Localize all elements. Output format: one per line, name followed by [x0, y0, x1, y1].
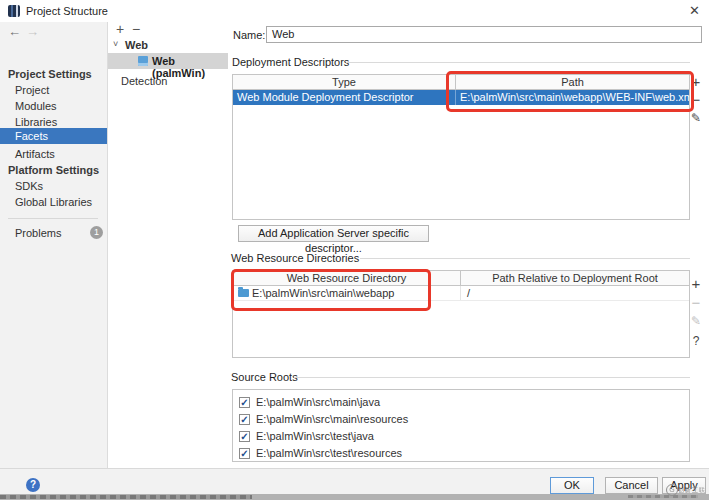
resource-directory-text: E:\palmWin\src\main\webapp — [252, 287, 394, 299]
facet-editor-panel: Name: Web Deployment Descriptors Type Pa… — [228, 22, 709, 468]
sidebar-item-project[interactable]: Project — [15, 84, 49, 96]
bottom-edge-strip — [0, 494, 709, 500]
table-row[interactable]: Web Module Deployment Descriptor E:\palm… — [233, 90, 689, 105]
help-icon[interactable]: ? — [26, 478, 40, 492]
tree-node-detection[interactable]: Detection — [121, 75, 167, 87]
descriptor-type-cell[interactable]: Web Module Deployment Descriptor — [233, 90, 456, 105]
watermark-text: 创新互联 — [678, 487, 706, 493]
close-icon[interactable]: ✕ — [689, 3, 700, 18]
sidebar-item-problems[interactable]: Problems — [15, 227, 61, 239]
add-facet-icon[interactable]: + — [116, 21, 124, 37]
cancel-button[interactable]: Cancel — [605, 477, 658, 494]
section-header-project-settings: Project Settings — [8, 68, 92, 80]
source-root-path: E:\palmWin\src\main\java — [256, 396, 380, 409]
remove-resource-icon: − — [688, 296, 704, 310]
watermark-logo-icon: G — [666, 484, 678, 496]
tree-toolbar: + − — [108, 22, 228, 36]
sidebar-item-modules[interactable]: Modules — [15, 100, 57, 112]
sidebar-item-artifacts[interactable]: Artifacts — [15, 148, 55, 160]
tree-node-web-palmwin[interactable]: Web (palmWin) — [108, 53, 228, 69]
problems-count-badge: 1 — [90, 226, 103, 239]
project-structure-dialog: Project Structure ✕ ← → Project Settings… — [0, 0, 709, 500]
source-root-path: E:\palmWin\src\test\java — [256, 430, 374, 443]
add-resource-icon[interactable]: + — [688, 277, 704, 291]
title-bar: Project Structure ✕ — [0, 0, 709, 22]
column-header-path-relative[interactable]: Path Relative to Deployment Root — [461, 271, 689, 285]
web-facet-icon — [138, 56, 148, 66]
web-resource-directories-header: Web Resource Directories — [231, 252, 359, 264]
column-header-web-resource-directory[interactable]: Web Resource Directory — [233, 271, 461, 285]
facets-tree-panel: + − ˅ Web Web (palmWin) Detection — [108, 22, 229, 468]
dialog-title: Project Structure — [26, 5, 108, 17]
checked-checkbox-icon[interactable]: ✓ — [239, 448, 250, 459]
checked-checkbox-icon[interactable]: ✓ — [239, 431, 250, 442]
table-header-row: Type Path — [233, 75, 689, 90]
source-root-path: E:\palmWin\src\test\resources — [256, 447, 402, 460]
add-app-server-descriptor-button[interactable]: Add Application Server specific descript… — [238, 225, 429, 242]
deployment-descriptors-header: Deployment Descriptors — [232, 56, 349, 68]
dialog-footer: ? OK Cancel Apply — [0, 468, 709, 495]
edit-descriptor-icon[interactable]: ✎ — [688, 111, 704, 125]
source-root-path: E:\palmWin\src\main\resources — [256, 413, 408, 426]
project-structure-icon — [8, 5, 20, 17]
ok-button[interactable]: OK — [550, 477, 594, 494]
section-rule — [346, 62, 690, 63]
tree-node-web-label: Web — [125, 39, 148, 51]
column-header-type[interactable]: Type — [233, 75, 456, 89]
back-icon[interactable]: ← — [8, 24, 21, 39]
relative-path-cell[interactable]: / — [461, 286, 689, 300]
forward-icon: → — [26, 24, 39, 39]
chevron-down-icon[interactable]: ˅ — [113, 39, 118, 49]
add-descriptor-icon[interactable]: + — [688, 75, 704, 89]
column-header-path[interactable]: Path — [456, 75, 689, 89]
deployment-descriptors-table[interactable]: Type Path Web Module Deployment Descript… — [232, 74, 690, 220]
tree-node-web[interactable]: ˅ Web — [108, 38, 228, 53]
section-rule — [360, 258, 690, 259]
name-input[interactable]: Web — [266, 26, 702, 43]
web-folder-icon — [238, 289, 249, 297]
source-roots-header: Source Roots — [231, 371, 298, 383]
sidebar-item-libraries[interactable]: Libraries — [15, 116, 57, 128]
checked-checkbox-icon[interactable]: ✓ — [239, 414, 250, 425]
sidebar-item-global-libraries[interactable]: Global Libraries — [15, 196, 92, 208]
name-label: Name: — [233, 29, 265, 41]
table-header-row: Web Resource Directory Path Relative to … — [233, 271, 689, 286]
web-resource-directories-table[interactable]: Web Resource Directory Path Relative to … — [232, 270, 690, 358]
source-roots-list[interactable]: ✓ E:\palmWin\src\main\java ✓ E:\palmWin\… — [232, 389, 690, 462]
resource-directory-cell[interactable]: E:\palmWin\src\main\webapp — [233, 286, 461, 300]
question-icon[interactable]: ? — [688, 334, 704, 348]
sidebar-item-sdks[interactable]: SDKs — [15, 180, 43, 192]
sidebar-divider — [8, 218, 98, 219]
sidebar-item-facets[interactable]: Facets — [0, 128, 107, 144]
section-header-platform-settings: Platform Settings — [8, 164, 99, 176]
section-rule — [294, 377, 690, 378]
remove-descriptor-icon[interactable]: − — [688, 93, 704, 107]
descriptor-path-cell[interactable]: E:\palmWin\src\main\webapp\WEB-INF\web.x… — [456, 90, 689, 105]
blurred-artifact — [0, 495, 252, 499]
table-row[interactable]: E:\palmWin\src\main\webapp / — [233, 286, 689, 301]
checked-checkbox-icon[interactable]: ✓ — [239, 397, 250, 408]
settings-sidebar: ← → Project Settings Project Modules Lib… — [0, 22, 108, 468]
edit-resource-icon: ✎ — [688, 314, 704, 328]
remove-facet-icon[interactable]: − — [132, 21, 140, 37]
watermark: G创新互联 — [666, 483, 706, 496]
